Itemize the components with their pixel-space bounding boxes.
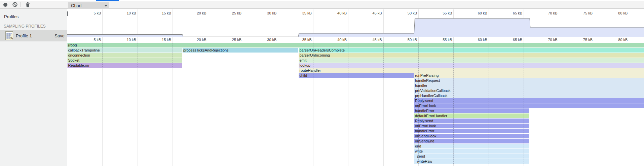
flame-bar-label: _writeRaw [415, 159, 432, 163]
flame-bar-label: lookup [299, 63, 310, 67]
overview-ruler-label: 80 kB [594, 11, 628, 15]
overview-ruler-label: 20 kB [173, 11, 206, 15]
overview-ruler-label: 55 kB [418, 11, 452, 15]
flame-ruler-label: 25 kB [208, 38, 241, 42]
flame-bar-label: write_ [415, 149, 425, 153]
flame-bar[interactable]: callbackTrampoline [68, 48, 182, 53]
flame-bar[interactable]: emit [299, 58, 644, 63]
view-mode-value: Chart [71, 3, 82, 8]
overview-ruler-label: 60 kB [454, 11, 487, 15]
flame-bar[interactable]: preValidationCallback [414, 88, 644, 93]
flame-ruler-label: 10 kB [103, 38, 136, 42]
flame-ruler-label: 80 kB [594, 38, 628, 42]
flame-bar[interactable]: onErrorHook [414, 103, 644, 108]
flame-bar-label: Readable.on [68, 63, 89, 67]
flame-bar[interactable]: defaultErrorHandler [414, 113, 529, 118]
flame-bar[interactable]: (root) [68, 43, 644, 47]
view-mode-select[interactable]: Chart [68, 2, 109, 9]
flame-bar-rect [414, 98, 644, 103]
flame-bar-rect [414, 154, 529, 159]
flame-bar-label: preValidationCallback [415, 89, 451, 93]
flame-bar-rect [414, 78, 644, 83]
flame-bar-label: onSendHook [415, 134, 437, 138]
flame-bar[interactable]: parserOnIncoming [299, 53, 644, 58]
flame-bar[interactable]: _writeRaw [414, 159, 529, 164]
overview-pane[interactable]: 5 kB10 kB15 kB20 kB25 kB30 kB35 kB40 kB4… [67, 9, 644, 37]
flame-ruler-label: 75 kB [559, 38, 593, 42]
chevron-down-icon [104, 5, 108, 7]
main-toolbar: Chart [67, 1, 644, 9]
flame-bar-label: handler [415, 84, 427, 88]
overview-ruler-label: 50 kB [383, 11, 417, 15]
flame-bar[interactable]: Reply.send [414, 98, 644, 103]
flame-bar[interactable]: lookup [299, 63, 644, 68]
flame-bar-label: handleError [415, 129, 434, 133]
flame-graph: (root)callbackTrampolineprocessTicksAndR… [67, 37, 644, 166]
flame-bar-label: onSendEnd [415, 139, 434, 143]
flame-bar-label: callbackTrampoline [68, 48, 100, 52]
flame-bar-label: onErrorHook [415, 124, 436, 128]
flame-bar[interactable]: parserOnHeadersComplete [299, 48, 644, 53]
profile-item[interactable]: % Profile 1 Save [0, 30, 67, 41]
flame-bar-label: emit [299, 58, 306, 62]
flame-bar-label: handleError [415, 109, 434, 113]
flame-ruler-label: 45 kB [348, 38, 382, 42]
delete-profile-button[interactable] [23, 1, 32, 9]
flame-chart[interactable]: (root)callbackTrampolineprocessTicksAndR… [67, 37, 644, 166]
flame-bar[interactable]: Readable.on [68, 63, 182, 68]
flame-bar[interactable]: handleError [414, 129, 529, 133]
flame-bar-rect [414, 83, 644, 88]
flame-bar-rect [68, 58, 182, 63]
flame-bar[interactable]: onErrorHook [414, 124, 529, 128]
flame-bar-rect [299, 63, 644, 68]
flame-bar-label: onErrorHook [415, 104, 436, 108]
flame-bar-rect [299, 48, 644, 53]
flame-bar[interactable]: handleError [414, 108, 529, 113]
flame-bar-label: Reply.send [415, 119, 433, 123]
flame-bar[interactable]: routeHandler [299, 68, 644, 73]
sidebar: Profiles SAMPLING PROFILES % Profile 1 S… [0, 1, 67, 166]
flame-bar[interactable]: handleRequest [414, 78, 644, 83]
flame-bar[interactable]: onSendHook [414, 134, 529, 138]
profile-name: Profile 1 [16, 33, 32, 38]
flame-bar-label: defaultErrorHandler [415, 114, 447, 118]
flame-bar[interactable]: _send [414, 154, 529, 159]
flame-bar[interactable]: child [299, 73, 414, 78]
flame-bar-rect [68, 43, 644, 47]
flame-bar[interactable]: preHandlerCallback [414, 93, 644, 98]
overview-ruler-label: 70 kB [524, 11, 558, 15]
flame-bar[interactable]: onSendEnd [414, 139, 529, 143]
clear-icon [12, 2, 17, 7]
flame-bar-label: processTicksAndRejections [183, 48, 229, 52]
overview-ruler-label: 30 kB [243, 11, 276, 15]
flame-bar[interactable]: handler [414, 83, 644, 88]
flame-bar-label: onconnection [68, 53, 90, 57]
record-button[interactable] [1, 1, 10, 9]
flame-bar-label: _send [415, 154, 425, 158]
trash-icon [26, 2, 30, 7]
heap-profile-icon: % [5, 31, 13, 40]
save-profile-link[interactable]: Save [54, 33, 65, 38]
flame-bar[interactable]: Reply.send [414, 119, 529, 123]
flame-bar-rect [299, 73, 414, 78]
flame-bar[interactable]: write_ [414, 149, 529, 154]
flame-ruler-label: 40 kB [313, 38, 347, 42]
flame-bar-rect [414, 149, 529, 154]
toolbar-separator [21, 2, 21, 7]
flame-bar-rect [414, 144, 529, 148]
flame-bar[interactable]: onconnection [68, 53, 182, 58]
overview-ruler-label: 40 kB [313, 11, 347, 15]
flame-bar-label: preHandlerCallback [415, 94, 448, 98]
flame-bar-rect [414, 73, 644, 78]
flame-bar[interactable]: processTicksAndRejections [183, 48, 298, 53]
flame-bar-label: handleRequest [415, 78, 440, 82]
flame-bar-label: (root) [68, 43, 77, 47]
flame-bar[interactable]: end [414, 144, 529, 148]
clear-button[interactable] [10, 1, 20, 9]
flame-bar[interactable]: runPreParsing [414, 73, 644, 78]
flame-bar-rect [414, 93, 644, 98]
sampling-profiles-heading: SAMPLING PROFILES [4, 24, 46, 29]
overview-ruler-label: 65 kB [489, 11, 522, 15]
flame-bar[interactable]: Socket [68, 58, 182, 63]
flame-bar-label: end [415, 144, 421, 148]
